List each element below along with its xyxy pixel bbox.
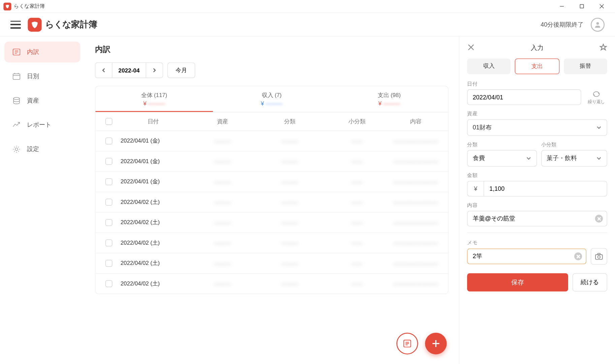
row-date: 2022/04/02 (土) bbox=[116, 260, 190, 267]
sidebar-item-label: 内訳 bbox=[27, 48, 39, 56]
sidebar-item-breakdown[interactable]: 内訳 bbox=[4, 42, 80, 63]
page-title: 内訳 bbox=[95, 44, 449, 55]
row-asset: ——— bbox=[190, 179, 255, 185]
summary-tab-income[interactable]: 収入 (7) ¥——— bbox=[213, 86, 331, 112]
row-date: 2022/04/01 (金) bbox=[116, 178, 190, 186]
row-checkbox[interactable] bbox=[105, 219, 113, 226]
sidebar-item-label: 日別 bbox=[27, 72, 39, 80]
row-checkbox[interactable] bbox=[105, 260, 113, 267]
category-select[interactable]: 食費 bbox=[467, 150, 537, 166]
fab-list-button[interactable] bbox=[396, 333, 418, 354]
next-month-button[interactable] bbox=[146, 63, 162, 78]
favorite-button[interactable] bbox=[599, 43, 607, 53]
this-month-button[interactable]: 今月 bbox=[167, 62, 195, 78]
sidebar-item-report[interactable]: レポート bbox=[4, 115, 80, 135]
camera-button[interactable] bbox=[591, 248, 607, 265]
row-date: 2022/04/02 (土) bbox=[116, 219, 190, 226]
row-asset: ——— bbox=[190, 138, 255, 144]
subcategory-select[interactable]: 菓子・飲料 bbox=[541, 150, 607, 166]
memo-input[interactable] bbox=[467, 248, 586, 264]
date-input[interactable] bbox=[467, 89, 581, 105]
sidebar-item-daily[interactable]: 日別 bbox=[4, 66, 80, 87]
table-row[interactable]: 2022/04/02 (土)———————————————— bbox=[95, 233, 448, 253]
desc-label: 内容 bbox=[467, 202, 607, 209]
description-input[interactable] bbox=[467, 211, 607, 226]
window-title: らくな家計簿 bbox=[14, 3, 45, 10]
svg-point-13 bbox=[13, 97, 20, 99]
account-avatar[interactable] bbox=[591, 18, 605, 31]
fab-add-button[interactable] bbox=[425, 333, 447, 354]
select-all-checkbox[interactable] bbox=[105, 118, 113, 125]
minimize-button[interactable] bbox=[552, 0, 572, 13]
prev-month-button[interactable] bbox=[95, 63, 112, 78]
tab-income[interactable]: 収入 bbox=[467, 59, 511, 74]
chevron-down-icon bbox=[526, 156, 531, 161]
row-checkbox[interactable] bbox=[105, 158, 113, 165]
column-category: 分類 bbox=[255, 118, 325, 125]
main-content: 内訳 2022-04 今月 全体 (117) ¥——— 収入 (7) ¥——— … bbox=[85, 36, 459, 364]
expiry-notice: 40分後期限終了 bbox=[541, 21, 584, 28]
svg-marker-23 bbox=[600, 44, 606, 50]
row-date: 2022/04/02 (土) bbox=[116, 280, 190, 287]
summary-tab-expense[interactable]: 支出 (98) ¥——— bbox=[331, 86, 448, 112]
table-row[interactable]: 2022/04/02 (土)———————————————— bbox=[95, 212, 448, 232]
table-row[interactable]: 2022/04/02 (土)———————————————— bbox=[95, 273, 448, 294]
table-row[interactable]: 2022/04/01 (金)———————————————— bbox=[95, 151, 448, 171]
row-subcategory: —— bbox=[325, 280, 390, 287]
table-row[interactable]: 2022/04/01 (金)———————————————— bbox=[95, 130, 448, 151]
row-subcategory: —— bbox=[325, 219, 390, 226]
tab-transfer[interactable]: 振替 bbox=[564, 59, 607, 74]
column-date: 日付 bbox=[116, 118, 190, 125]
row-description: ———————— bbox=[390, 219, 442, 226]
amount-input[interactable] bbox=[484, 181, 607, 196]
menu-toggle-button[interactable] bbox=[10, 19, 21, 30]
close-window-button[interactable] bbox=[591, 0, 611, 13]
svg-rect-1 bbox=[580, 5, 583, 8]
subcategory-label: 小分類 bbox=[541, 141, 607, 148]
asset-select[interactable]: 01財布 bbox=[467, 119, 607, 136]
row-checkbox[interactable] bbox=[105, 178, 113, 185]
row-description: ———————— bbox=[390, 199, 442, 205]
continue-button[interactable]: 続ける bbox=[573, 273, 607, 292]
row-asset: ——— bbox=[190, 199, 255, 205]
app-icon bbox=[3, 2, 11, 10]
currency-symbol: ¥ bbox=[467, 181, 484, 196]
tab-expense[interactable]: 支出 bbox=[515, 59, 559, 74]
row-category: ——— bbox=[255, 219, 325, 226]
sidebar-item-assets[interactable]: 資産 bbox=[4, 90, 80, 111]
svg-point-14 bbox=[15, 148, 18, 151]
row-description: ———————— bbox=[390, 240, 442, 246]
repeat-button[interactable]: 繰り返し bbox=[585, 91, 607, 105]
clear-memo-button[interactable] bbox=[574, 252, 582, 260]
row-description: ———————— bbox=[390, 138, 442, 144]
chevron-down-icon bbox=[596, 156, 602, 161]
row-date: 2022/04/02 (土) bbox=[116, 239, 190, 247]
date-label: 日付 bbox=[467, 80, 581, 88]
row-checkbox[interactable] bbox=[105, 138, 113, 145]
maximize-button[interactable] bbox=[572, 0, 591, 13]
table-row[interactable]: 2022/04/02 (土)———————————————— bbox=[95, 192, 448, 212]
sidebar-item-label: レポート bbox=[27, 121, 51, 129]
table-row[interactable]: 2022/04/02 (土)———————————————— bbox=[95, 253, 448, 273]
period-button[interactable]: 2022-04 bbox=[112, 63, 146, 78]
row-checkbox[interactable] bbox=[105, 199, 113, 206]
sidebar-item-label: 資産 bbox=[27, 97, 39, 104]
amount-label: 金額 bbox=[467, 172, 607, 179]
row-date: 2022/04/01 (金) bbox=[116, 137, 190, 145]
row-category: ——— bbox=[255, 179, 325, 185]
table-row[interactable]: 2022/04/01 (金)———————————————— bbox=[95, 171, 448, 191]
sidebar-item-settings[interactable]: 設定 bbox=[4, 139, 80, 160]
row-subcategory: —— bbox=[325, 179, 390, 185]
save-button[interactable]: 保存 bbox=[467, 273, 568, 292]
svg-rect-28 bbox=[595, 254, 603, 259]
row-checkbox[interactable] bbox=[105, 280, 113, 287]
row-checkbox[interactable] bbox=[105, 239, 113, 246]
summary-tab-all[interactable]: 全体 (117) ¥——— bbox=[95, 86, 213, 112]
subcategory-value: 菓子・飲料 bbox=[547, 154, 577, 162]
clear-description-button[interactable] bbox=[595, 215, 603, 222]
table-header: 日付 資産 分類 小分類 内容 bbox=[95, 112, 448, 130]
row-asset: ——— bbox=[190, 240, 255, 246]
svg-point-29 bbox=[597, 256, 600, 259]
row-description: ———————— bbox=[390, 280, 442, 287]
close-panel-button[interactable] bbox=[467, 43, 475, 53]
